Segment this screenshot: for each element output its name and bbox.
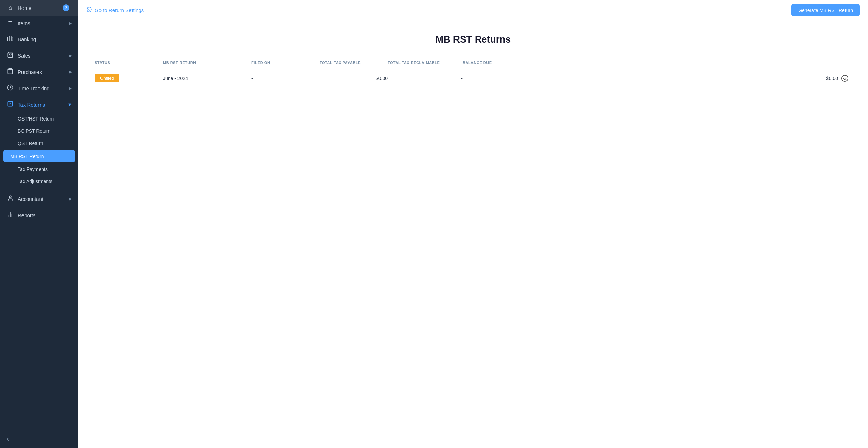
chevron-right-icon: ▶ xyxy=(69,70,72,74)
sidebar-label-home: Home xyxy=(18,5,31,11)
home-badge: 2 xyxy=(63,4,69,11)
sidebar-sub-tax-payments[interactable]: Tax Payments xyxy=(0,163,78,175)
svg-rect-0 xyxy=(8,37,13,41)
row-action-button[interactable] xyxy=(838,75,852,82)
sidebar-item-banking[interactable]: Banking xyxy=(0,31,78,47)
col-header-total-tax-reclaimable: TOTAL TAX RECLAIMABLE xyxy=(388,61,463,65)
topbar: Go to Return Settings Generate MB RST Re… xyxy=(78,0,868,20)
sidebar-item-tax-returns[interactable]: Tax Returns ▼ xyxy=(0,96,78,113)
sidebar-sub-tax-adjustments[interactable]: Tax Adjustments xyxy=(0,175,78,188)
col-header-total-tax-payable: TOTAL TAX PAYABLE xyxy=(320,61,388,65)
sidebar-item-time-tracking[interactable]: Time Tracking ▶ xyxy=(0,80,78,96)
sidebar-item-items[interactable]: ☰ Items ▶ xyxy=(0,16,78,31)
sidebar-label-items: Items xyxy=(18,20,30,26)
tax-returns-icon xyxy=(7,101,14,108)
time-tracking-icon xyxy=(7,84,14,92)
chevron-right-icon: ▶ xyxy=(69,21,72,26)
sidebar-sub-gst-hst[interactable]: GST/HST Return xyxy=(0,113,78,125)
col-header-balance-due: BALANCE DUE xyxy=(463,61,838,65)
table-header: STATUS MB RST RETURN FILED ON TOTAL TAX … xyxy=(89,57,857,68)
status-badge: Unfiled xyxy=(95,74,119,82)
sidebar-label-time-tracking: Time Tracking xyxy=(18,85,50,91)
col-header-action xyxy=(838,61,852,65)
settings-icon xyxy=(87,7,92,14)
sidebar-label-tax-returns: Tax Returns xyxy=(18,102,45,108)
svg-point-8 xyxy=(9,196,11,198)
collapse-icon: ‹ xyxy=(7,435,9,442)
sidebar-sub-label-gst-hst: GST/HST Return xyxy=(18,116,54,122)
chevron-right-icon: ▶ xyxy=(69,53,72,58)
return-settings-link[interactable]: Go to Return Settings xyxy=(87,7,144,14)
divider xyxy=(0,189,78,189)
sidebar-item-sales[interactable]: Sales ▶ xyxy=(0,47,78,64)
main-content: Go to Return Settings Generate MB RST Re… xyxy=(78,0,868,448)
reports-icon xyxy=(7,211,14,219)
content-area: MB RST Returns STATUS MB RST RETURN FILE… xyxy=(78,20,868,448)
generate-mb-rst-button[interactable]: Generate MB RST Return xyxy=(791,4,860,16)
chevron-down-icon: ▼ xyxy=(68,102,72,107)
sidebar-label-sales: Sales xyxy=(18,53,31,59)
sidebar-sub-label-qst: QST Return xyxy=(18,141,43,146)
sidebar-collapse-button[interactable]: ‹ xyxy=(0,430,78,448)
returns-table: STATUS MB RST RETURN FILED ON TOTAL TAX … xyxy=(89,57,857,88)
sidebar-item-reports[interactable]: Reports xyxy=(0,207,78,223)
sidebar-label-purchases: Purchases xyxy=(18,69,42,75)
col-header-filed-on: FILED ON xyxy=(251,61,320,65)
return-settings-label: Go to Return Settings xyxy=(95,7,144,13)
sidebar-sub-bc-pst[interactable]: BC PST Return xyxy=(0,125,78,137)
svg-point-12 xyxy=(89,9,90,10)
sidebar-sub-label-tax-payments: Tax Payments xyxy=(18,166,48,172)
cell-status: Unfiled xyxy=(95,74,163,82)
sidebar-label-banking: Banking xyxy=(18,36,36,42)
purchases-icon xyxy=(7,68,14,76)
sidebar-item-home[interactable]: ⌂ Home 2 xyxy=(0,0,78,16)
sidebar: ⌂ Home 2 ☰ Items ▶ Banking Sales ▶ xyxy=(0,0,78,448)
svg-point-13 xyxy=(842,75,848,81)
sidebar-label-accountant: Accountant xyxy=(18,196,43,202)
accountant-icon xyxy=(7,195,14,203)
banking-icon xyxy=(7,35,14,43)
chevron-right-icon: ▶ xyxy=(69,86,72,91)
col-header-mb-rst-return: MB RST RETURN xyxy=(163,61,251,65)
cell-mb-rst-return: June - 2024 xyxy=(163,76,251,81)
sidebar-sub-label-tax-adjustments: Tax Adjustments xyxy=(18,179,52,184)
items-icon: ☰ xyxy=(7,20,14,27)
home-icon: ⌂ xyxy=(7,5,14,11)
table-row[interactable]: Unfiled June - 2024 - $0.00 - $0.00 xyxy=(89,68,857,88)
sidebar-label-reports: Reports xyxy=(18,212,36,218)
cell-filed-on: - xyxy=(251,76,320,81)
cell-total-tax-payable: $0.00 xyxy=(320,76,388,81)
chevron-right-icon: ▶ xyxy=(69,197,72,201)
cell-total-tax-reclaimable: - xyxy=(388,76,463,81)
sidebar-sub-mb-rst[interactable]: MB RST Return xyxy=(3,150,75,162)
page-title: MB RST Returns xyxy=(89,34,857,45)
sales-icon xyxy=(7,52,14,59)
col-header-status: STATUS xyxy=(95,61,163,65)
sidebar-item-accountant[interactable]: Accountant ▶ xyxy=(0,191,78,207)
cell-balance-due: $0.00 xyxy=(463,76,838,81)
sidebar-item-purchases[interactable]: Purchases ▶ xyxy=(0,64,78,80)
sidebar-sub-label-bc-pst: BC PST Return xyxy=(18,128,50,134)
sidebar-sub-qst[interactable]: QST Return xyxy=(0,137,78,149)
sidebar-sub-label-mb-rst: MB RST Return xyxy=(10,154,44,159)
